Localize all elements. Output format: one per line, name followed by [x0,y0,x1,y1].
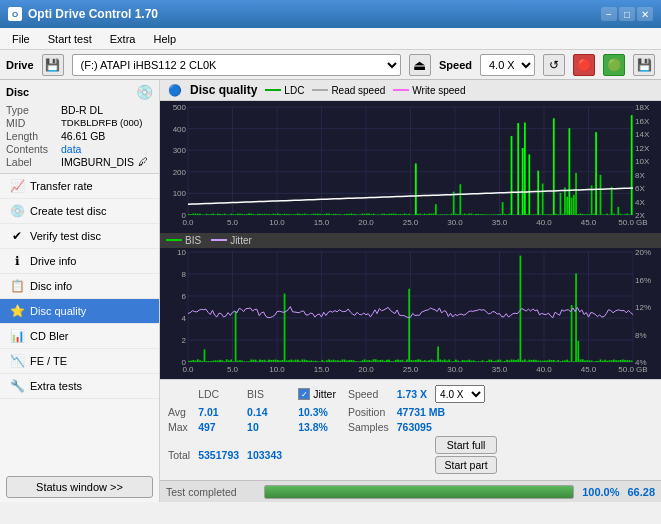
start-full-button[interactable]: Start full [435,436,497,454]
nav-label-cd-bler: CD Bler [30,330,69,342]
samples-label: Samples [344,421,395,434]
menu-start-test[interactable]: Start test [40,31,100,47]
disc-val-label: IMGBURN_DIS [61,156,134,168]
avg-ldc: 7.01 [198,406,245,419]
jitter-checkbox-row: ✓ Jitter [298,388,336,400]
speed-stat-value: 1.73 X [397,385,433,404]
nav-label-disc-info: Disc info [30,280,72,292]
disc-key-contents: Contents [6,143,61,155]
disc-row-label: Label IMGBURN_DIS 🖊 [6,156,153,168]
nav-drive-info[interactable]: ℹ Drive info [0,249,159,274]
drive-select[interactable]: (F:) ATAPI iHBS112 2 CL0K [72,54,401,76]
nav-label-fe-te: FE / TE [30,355,67,367]
progress-extra-val: 66.28 [627,486,655,498]
legend-read-speed-label: Read speed [331,85,385,96]
disc-row-mid: MID TDKBLDRFB (000) [6,117,153,129]
disc-key-length: Length [6,130,61,142]
legend-read-speed: Read speed [312,85,385,96]
nav-transfer-rate[interactable]: 📈 Transfer rate [0,174,159,199]
close-button[interactable]: ✕ [637,7,653,21]
stats-table: LDC BIS ✓ Jitter Speed 1.73 X 4.0 X [166,383,505,477]
drive-icon: 💾 [42,54,64,76]
legend-jitter-label: Jitter [230,235,252,246]
start-part-button[interactable]: Start part [435,456,497,474]
max-label: Max [168,421,196,434]
nav-cd-bler[interactable]: 📊 CD Bler [0,324,159,349]
title-bar: O Opti Drive Control 1.70 − □ ✕ [0,0,661,28]
position-label: Position [344,406,395,419]
action-buttons: Start full Start part [435,436,497,474]
nav-fe-te[interactable]: 📉 FE / TE [0,349,159,374]
menu-extra[interactable]: Extra [102,31,144,47]
drive-info-icon: ℹ [10,254,24,268]
disc-row-contents: Contents data [6,143,153,155]
maximize-button[interactable]: □ [619,7,635,21]
drive-bar: Drive 💾 (F:) ATAPI iHBS112 2 CL0K ⏏ Spee… [0,50,661,80]
disc-icon[interactable]: 💿 [136,84,153,100]
progress-status-text: Test completed [166,486,256,498]
disc-val-type: BD-R DL [61,104,103,116]
app-title: Opti Drive Control 1.70 [28,7,158,21]
bis-chart [160,248,661,380]
jitter-checkbox[interactable]: ✓ [298,388,310,400]
disc-panel: Disc 💿 Type BD-R DL MID TDKBLDRFB (000) … [0,80,159,174]
legend-ldc-label: LDC [284,85,304,96]
nav-verify-test-disc[interactable]: ✔ Verify test disc [0,224,159,249]
nav-disc-quality[interactable]: ⭐ Disc quality [0,299,159,324]
nav-extra-tests[interactable]: 🔧 Extra tests [0,374,159,399]
menu-bar: File Start test Extra Help [0,28,661,50]
nav-disc-info[interactable]: 📋 Disc info [0,274,159,299]
speed-select[interactable]: 4.0 X [480,54,535,76]
progress-percent: 100.0% [582,486,619,498]
legend-ldc: LDC [265,85,304,96]
cd-bler-icon: 📊 [10,329,24,343]
disc-val-mid: TDKBLDRFB (000) [61,117,142,129]
disc-key-type: Type [6,104,61,116]
chart-header: 🔵 Disc quality LDC Read speed Write spee… [160,80,661,101]
save-button[interactable]: 💾 [633,54,655,76]
chart-icon: 🔵 [168,84,182,97]
ldc-chart [160,101,661,233]
extra-tests-icon: 🔧 [10,379,24,393]
verify-icon: ✔ [10,229,24,243]
disc-info-icon: 📋 [10,279,24,293]
menu-file[interactable]: File [4,31,38,47]
position-value: 47731 MB [397,406,503,419]
speed-stat-select-cell: 4.0 X [435,385,503,404]
jitter-label: Jitter [313,388,336,400]
avg-bis: 0.14 [247,406,288,419]
eject-button[interactable]: ⏏ [409,54,431,76]
refresh-button[interactable]: ↺ [543,54,565,76]
disc-row-type: Type BD-R DL [6,104,153,116]
chart-title: Disc quality [190,83,257,97]
label-icon: 🖊 [138,156,148,168]
nav-create-test-disc[interactable]: 💿 Create test disc [0,199,159,224]
bis-color [166,239,182,241]
fe-te-icon: 📉 [10,354,24,368]
drive-label: Drive [6,59,34,71]
total-ldc: 5351793 [198,436,245,475]
disc-key-mid: MID [6,117,61,129]
avg-jitter: 10.3% [290,406,342,419]
ldc-color [265,89,281,91]
nav-items: 📈 Transfer rate 💿 Create test disc ✔ Ver… [0,174,159,472]
total-bis: 103343 [247,436,288,475]
erase-button[interactable]: 🟢 [603,54,625,76]
options-button[interactable]: 🔴 [573,54,595,76]
bottom-chart-legend: BIS Jitter [160,233,661,248]
legend-write-speed-label: Write speed [412,85,465,96]
minimize-button[interactable]: − [601,7,617,21]
ldc-header: LDC [198,385,245,404]
speed-stat-label: Speed [344,385,395,404]
legend-jitter: Jitter [211,235,252,246]
menu-help[interactable]: Help [145,31,184,47]
write-speed-color [393,89,409,91]
speed-label: Speed [439,59,472,71]
nav-label-extra-tests: Extra tests [30,380,82,392]
samples-value: 763095 [397,421,503,434]
status-window-button[interactable]: Status window >> [6,476,153,498]
app-icon: O [8,7,22,21]
speed-stat-select[interactable]: 4.0 X [435,385,485,403]
nav-label-create-test-disc: Create test disc [30,205,106,217]
progress-fill [265,486,573,498]
